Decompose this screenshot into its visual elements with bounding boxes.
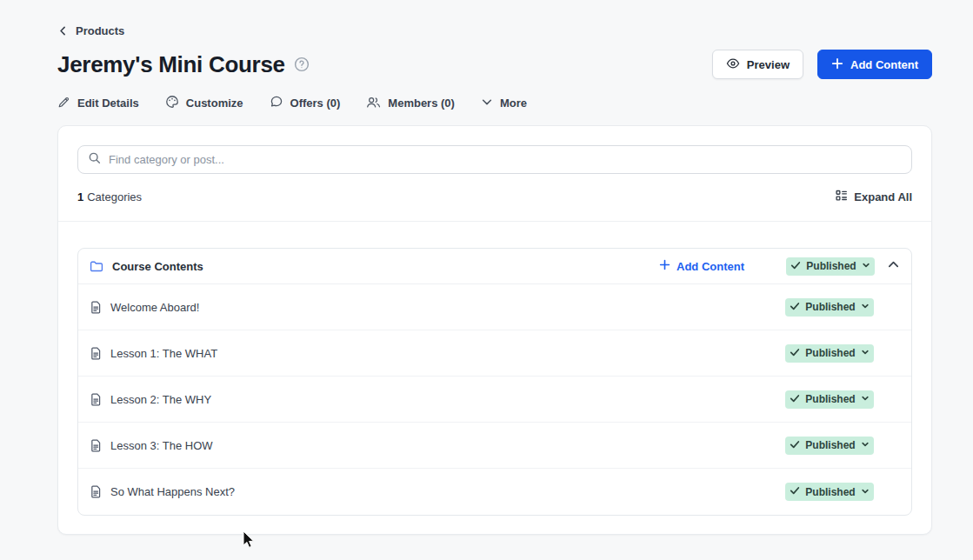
search-box [77,145,912,174]
tab-label: Customize [186,97,243,110]
plus-icon [659,259,670,273]
add-content-button-label: Add Content [850,58,918,71]
categories-count-label: Categories [87,190,142,203]
tab-label: Offers (0) [290,97,341,110]
document-icon [90,301,102,314]
title-row: Jeremy's Mini Course Preview Add Content [57,50,932,79]
category-add-content-link[interactable]: Add Content [659,259,744,273]
post-status-dropdown[interactable]: Published [785,437,874,455]
title-actions: Preview Add Content [712,50,932,79]
post-row[interactable]: So What Happens Next? Published [78,469,911,515]
tab-more[interactable]: More [481,96,527,110]
tab-label: More [500,97,527,110]
post-row[interactable]: Welcome Aboard! Published [78,284,911,330]
categories-meta-row: 1Categories Expand All [77,189,912,221]
tab-customize[interactable]: Customize [165,95,243,111]
users-icon [366,96,381,111]
post-status-dropdown[interactable]: Published [785,344,874,363]
chevron-down-icon [861,486,870,498]
expand-all-label: Expand All [854,190,912,203]
status-label: Published [805,347,855,359]
chevron-down-icon [861,393,870,405]
chevron-up-icon [887,258,900,275]
plus-icon [831,57,843,72]
check-icon [790,439,800,452]
check-icon [790,485,800,498]
categories-count-number: 1 [77,190,83,203]
tab-offers[interactable]: Offers (0) [270,95,341,111]
category-status-dropdown[interactable]: Published [786,257,875,276]
tab-label: Members (0) [388,97,455,110]
post-title: Welcome Aboard! [110,301,199,314]
post-row[interactable]: Lesson 1: The WHAT Published [78,330,911,377]
tab-edit-details[interactable]: Edit Details [57,96,139,111]
status-label: Published [806,260,856,272]
chat-bubble-icon [270,95,283,111]
post-status-dropdown[interactable]: Published [785,390,874,409]
status-label: Published [805,301,855,313]
category-list: Course Contents Add Content Published [77,248,912,516]
check-icon [790,393,800,406]
tab-bar: Edit Details Customize Offers (0) Member… [57,95,932,111]
post-row[interactable]: Lesson 2: The WHY Published [78,377,911,423]
check-icon [790,301,800,314]
breadcrumb-back-products[interactable]: Products [57,24,124,37]
post-row[interactable]: Lesson 3: The HOW Published [78,423,911,469]
chevron-down-icon [861,301,870,313]
status-label: Published [805,486,855,498]
chevron-down-icon [861,347,870,359]
post-title: Lesson 1: The WHAT [110,347,217,360]
chevron-down-icon [862,260,870,272]
post-status-dropdown[interactable]: Published [785,298,874,317]
preview-button[interactable]: Preview [712,50,803,79]
chevron-left-icon [57,25,69,37]
document-icon [90,485,102,498]
tab-label: Edit Details [77,97,139,110]
search-icon [88,151,101,168]
expand-all-icon [835,189,848,204]
tab-members[interactable]: Members (0) [366,96,455,111]
collapse-category-button[interactable] [887,258,900,275]
chevron-down-icon [861,439,870,451]
question-circle-icon[interactable] [294,57,310,72]
check-icon [790,260,801,273]
document-icon [90,347,102,360]
expand-all-button[interactable]: Expand All [835,189,912,204]
pencil-icon [57,96,70,111]
palette-icon [165,95,179,111]
document-icon [90,439,102,452]
category-add-content-label: Add Content [676,260,744,273]
status-label: Published [805,439,855,451]
category-name: Course Contents [112,260,203,273]
product-page: Products Jeremy's Mini Course Preview Ad… [0,0,973,535]
post-title: Lesson 3: The HOW [110,439,213,452]
categories-count: 1Categories [77,190,142,203]
page-title: Jeremy's Mini Course [57,51,285,78]
document-icon [90,393,102,406]
check-icon [790,347,800,360]
post-title: Lesson 2: The WHY [110,393,211,406]
post-title: So What Happens Next? [110,485,235,498]
search-input[interactable] [109,153,902,166]
post-status-dropdown[interactable]: Published [785,483,874,501]
folder-icon [90,260,103,272]
contents-card: 1Categories Expand All Co [57,125,932,535]
eye-icon [726,57,740,73]
status-label: Published [805,393,855,405]
add-content-button[interactable]: Add Content [817,50,932,79]
preview-button-label: Preview [747,58,790,71]
chevron-down-icon [481,96,493,110]
category-row-course-contents[interactable]: Course Contents Add Content Published [78,249,911,284]
breadcrumb-label: Products [76,24,124,37]
